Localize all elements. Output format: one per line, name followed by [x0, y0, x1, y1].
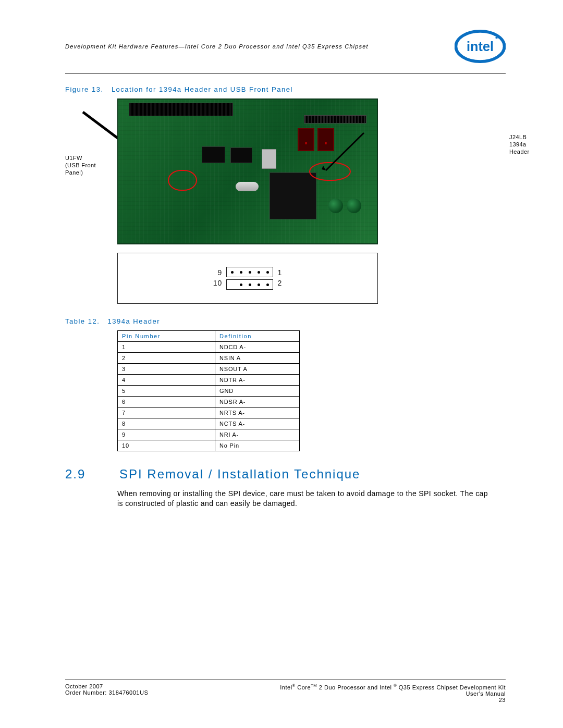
table-row: 8NCTS A-	[118, 418, 300, 429]
cell-pin: 5	[118, 386, 215, 397]
cell-pin: 8	[118, 418, 215, 429]
footer-rule	[65, 680, 506, 680]
pinout-label-bot-left: 10	[213, 278, 223, 289]
callout-left-line1: U1FW	[65, 155, 82, 161]
table-label: Table 12.	[65, 317, 100, 325]
table-row: 3NSOUT A	[118, 364, 300, 375]
cell-pin: 2	[118, 353, 215, 364]
cell-def: NDTR A-	[215, 375, 300, 386]
figure-label: Figure 13.	[65, 85, 104, 93]
cell-pin: 10	[118, 440, 215, 451]
figure-caption: Figure 13. Location for 1394a Header and…	[65, 85, 506, 93]
table-row: 2NSIN A	[118, 353, 300, 364]
footer-page-number: 23	[280, 697, 506, 703]
board-figure: U1FW (USB Front Panel) J24LB 1394a Heade…	[117, 98, 506, 244]
pinout-label-top-left: 9	[213, 268, 223, 278]
cell-def: NRTS A-	[215, 408, 300, 418]
footer-manual: User's Manual	[280, 690, 506, 697]
footer-product-line: Intel® CoreTM 2 Duo Processor and Intel …	[280, 683, 506, 690]
pinout-label-top-right: 1	[277, 268, 282, 278]
table-caption: Table 12. 1394a Header	[65, 317, 506, 325]
page-footer: October 2007 Order Number: 318476001US I…	[65, 680, 506, 703]
cell-pin: 6	[118, 397, 215, 408]
figure-title: Location for 1394a Header and USB Front …	[112, 85, 293, 93]
table-row: 6NDSR A-	[118, 397, 300, 408]
callout-left-line2: (USB Front	[65, 162, 96, 168]
footer-date: October 2007	[65, 683, 148, 689]
cell-def: GND	[215, 386, 300, 397]
table-row: 5GND	[118, 386, 300, 397]
intel-logo-icon: intel	[455, 29, 506, 64]
table-row: 7NRTS A-	[118, 408, 300, 418]
table-row: 1NDCD A-	[118, 342, 300, 353]
table-row: 10No Pin	[118, 440, 300, 451]
callout-left-line3: Panel)	[65, 169, 83, 176]
callout-right-line2: 1394a	[509, 141, 527, 147]
callout-right-line1: J24LB	[509, 134, 527, 140]
section-body: When removing or installing the SPI devi…	[117, 489, 493, 509]
header-rule	[65, 73, 506, 74]
cell-def: NDSR A-	[215, 397, 300, 408]
footer-text: Core	[296, 684, 311, 690]
footer-text: Intel	[280, 684, 292, 690]
table-title: 1394a Header	[108, 317, 160, 325]
pin-header-table: Pin Number Definition 1NDCD A- 2NSIN A 3…	[117, 330, 300, 451]
callout-1394a-header: J24LB 1394a Header	[509, 134, 548, 155]
pinout-diagram: 9 10 1	[117, 253, 378, 304]
svg-text:intel: intel	[467, 39, 494, 54]
svg-line-5	[326, 133, 364, 170]
section-number: 2.9	[65, 467, 94, 482]
cell-def: NSIN A	[215, 353, 300, 364]
pinout-label-bot-right: 2	[277, 278, 282, 289]
red-circle-marker-icon	[168, 170, 197, 191]
callout-arrow-right-icon	[309, 131, 366, 178]
table-col-def: Definition	[215, 331, 300, 342]
pin-row-bottom	[226, 279, 273, 290]
cell-pin: 1	[118, 342, 215, 353]
section-heading: 2.9 SPI Removal / Installation Technique	[65, 467, 506, 482]
cell-def: No Pin	[215, 440, 300, 451]
cell-pin: 3	[118, 364, 215, 375]
callout-usb-front-panel: U1FW (USB Front Panel)	[65, 155, 112, 176]
cell-def: NCTS A-	[215, 418, 300, 429]
cell-def: NSOUT A	[215, 364, 300, 375]
cell-pin: 9	[118, 429, 215, 440]
pin-row-top	[226, 267, 273, 277]
footer-text: 2 Duo Processor and Intel	[317, 684, 394, 690]
callout-right-line3: Header	[509, 149, 529, 155]
cell-pin: 7	[118, 408, 215, 418]
svg-point-2	[495, 37, 497, 39]
cell-def: NDCD A-	[215, 342, 300, 353]
cell-def: NRI A-	[215, 429, 300, 440]
footer-text: Q35 Express Chipset Development Kit	[397, 684, 506, 690]
table-row: 9NRI A-	[118, 429, 300, 440]
page-header-text: Development Kit Hardware Features—Intel …	[65, 43, 455, 50]
pcb-board-image: . .	[117, 98, 378, 244]
cell-pin: 4	[118, 375, 215, 386]
section-title: SPI Removal / Installation Technique	[119, 467, 360, 482]
table-row: 4NDTR A-	[118, 375, 300, 386]
footer-order-number: Order Number: 318476001US	[65, 689, 148, 696]
table-col-pin: Pin Number	[118, 331, 215, 342]
